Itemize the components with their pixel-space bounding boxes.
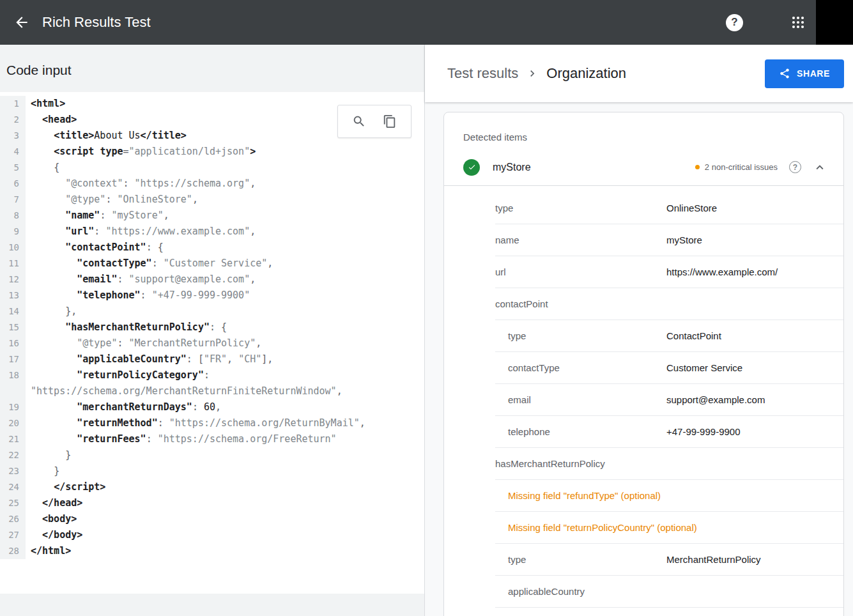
code-line: 11 "contactType": "Customer Service", [0, 256, 424, 272]
line-number: 12 [0, 272, 26, 288]
line-number: 27 [0, 527, 26, 543]
code-input-panel: Code input 1<html>2 <head>3 <title>About… [0, 45, 425, 616]
line-number: 5 [0, 160, 26, 176]
help-outline-icon[interactable]: ? [789, 161, 801, 173]
line-number: 25 [0, 495, 26, 511]
breadcrumb-current-page: Organization [546, 65, 626, 82]
line-number: 9 [0, 224, 26, 240]
issues-text: 2 non-critical issues [705, 162, 778, 172]
row-value: Customer Service [666, 362, 843, 373]
code-line: 6 "@context": "https://schema.org", [0, 176, 424, 192]
code-line: 26 <body> [0, 511, 424, 527]
profile-avatar[interactable] [816, 0, 853, 45]
chevron-up-icon[interactable] [813, 160, 827, 174]
help-icon[interactable]: ? [726, 14, 743, 31]
row-value: MerchantReturnPolicy [666, 554, 843, 565]
code-line: 10 "contactPoint": { [0, 240, 424, 256]
line-number: 3 [0, 128, 26, 144]
table-row: hasMerchantReturnPolicy [495, 448, 843, 480]
search-icon[interactable] [350, 112, 369, 131]
line-number: 19 [0, 399, 26, 415]
table-row: telephone +47-99-999-9900 [495, 416, 843, 448]
share-button-label: SHARE [797, 68, 830, 79]
table-row: type ContactPoint [495, 320, 843, 352]
row-label: telephone [495, 426, 666, 437]
code-line: 18 "returnPolicyCategory": "https://sche… [0, 367, 424, 399]
row-label: url [495, 266, 666, 277]
line-number: 8 [0, 208, 26, 224]
row-label: type [495, 330, 666, 341]
line-number: 10 [0, 240, 26, 256]
share-button[interactable]: SHARE [765, 59, 844, 88]
line-number: 18 [0, 367, 26, 399]
line-number: 7 [0, 192, 26, 208]
detected-rows: type OnlineStore name myStore url https:… [495, 186, 843, 608]
row-value: myStore [666, 235, 843, 245]
row-label: type [495, 203, 666, 213]
table-row: Missing field "returnPolicyCountry" (opt… [495, 512, 843, 544]
line-number: 15 [0, 320, 26, 335]
check-circle-icon [463, 159, 480, 176]
code-line: 20 "returnMethod": "https://schema.org/R… [0, 415, 424, 431]
row-label: Missing field "refundType" (optional) [495, 490, 843, 501]
detected-item-name: myStore [493, 162, 531, 173]
code-line: 25 </head> [0, 495, 424, 511]
arrow-left-icon [13, 14, 30, 31]
apps-grid-icon[interactable] [790, 15, 806, 30]
table-row: contactPoint [495, 288, 843, 320]
detected-item-header[interactable]: myStore 2 non-critical issues ? [444, 149, 843, 186]
code-line: 14 }, [0, 304, 424, 320]
table-row: contactType Customer Service [495, 352, 843, 384]
line-number: 20 [0, 415, 26, 431]
line-number: 6 [0, 176, 26, 192]
line-number: 4 [0, 144, 26, 160]
row-label: contactType [495, 362, 666, 373]
line-number: 22 [0, 447, 26, 463]
code-line: 19 "merchantReturnDays": 60, [0, 399, 424, 415]
share-icon [779, 68, 790, 79]
detected-items-card: Detected items myStore 2 non-critical is… [443, 112, 844, 616]
code-line: 9 "url": "https://www.example.com", [0, 224, 424, 240]
detected-items-label: Detected items [444, 112, 843, 149]
line-number: 26 [0, 511, 26, 527]
table-row: url https://www.example.com/ [495, 256, 843, 288]
code-line: 27 </body> [0, 527, 424, 543]
code-line: 15 "hasMerchantReturnPolicy": { [0, 320, 424, 335]
back-button[interactable] [9, 10, 35, 35]
copy-icon[interactable] [380, 112, 399, 131]
code-line: 5 { [0, 160, 424, 176]
breadcrumb-test-results[interactable]: Test results [447, 65, 518, 82]
app-header: Rich Results Test ? [0, 0, 853, 45]
code-editor[interactable]: 1<html>2 <head>3 <title>About Us</title>… [0, 92, 424, 594]
code-line: 8 "name": "myStore", [0, 208, 424, 224]
results-panel: Test results Organization SHARE Detected… [425, 45, 853, 616]
row-label: type [495, 554, 666, 565]
row-value: ContactPoint [666, 330, 843, 341]
code-line: 22 } [0, 447, 424, 463]
line-number: 17 [0, 351, 26, 367]
issues-badge: 2 non-critical issues [695, 162, 778, 172]
table-row: type MerchantReturnPolicy [495, 544, 843, 576]
line-number: 2 [0, 112, 26, 128]
results-header: Test results Organization SHARE [425, 45, 853, 102]
code-line: 12 "email": "support@example.com", [0, 272, 424, 288]
row-label: email [495, 394, 666, 405]
code-line: 24 </script> [0, 479, 424, 495]
line-number: 16 [0, 335, 26, 351]
code-line: 7 "@type": "OnlineStore", [0, 192, 424, 208]
line-number: 28 [0, 543, 26, 559]
line-number: 1 [0, 96, 26, 112]
row-value: OnlineStore [666, 203, 843, 213]
line-number: 11 [0, 256, 26, 272]
line-number: 21 [0, 431, 26, 447]
row-label: name [495, 235, 666, 245]
row-label: applicableCountry [495, 586, 666, 597]
line-number: 24 [0, 479, 26, 495]
row-value: https://www.example.com/ [666, 266, 843, 277]
table-row: type OnlineStore [495, 192, 843, 224]
code-line: 16 "@type": "MerchantReturnPolicy", [0, 335, 424, 351]
row-value: support@example.com [666, 394, 843, 405]
code-line: 23 } [0, 463, 424, 479]
table-row: name myStore [495, 224, 843, 256]
table-row: Missing field "refundType" (optional) [495, 480, 843, 512]
